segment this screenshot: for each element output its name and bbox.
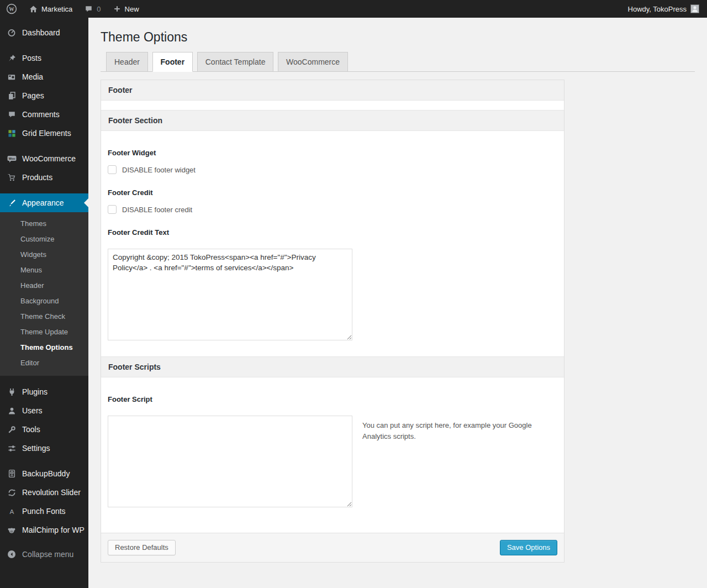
- sidebar-item-label: Dashboard: [22, 28, 60, 38]
- refresh-arrows-icon: [6, 489, 17, 497]
- sidebar-item-label: Tools: [22, 424, 40, 434]
- comment-bubble-icon: [6, 111, 17, 118]
- sidebar-item-posts[interactable]: Posts: [0, 49, 88, 67]
- submenu-item-menus[interactable]: Menus: [0, 262, 88, 278]
- sidebar-item-settings[interactable]: Settings: [0, 439, 88, 458]
- wordpress-logo-icon: W: [6, 3, 17, 14]
- wrench-icon: [6, 426, 17, 434]
- monkey-icon: [6, 526, 17, 534]
- disable-footer-credit-checkbox[interactable]: [108, 205, 117, 214]
- sidebar-item-plugins[interactable]: Plugins: [0, 382, 88, 401]
- paintbrush-icon: [6, 199, 17, 207]
- account-menu[interactable]: Howdy, TokoPress: [628, 0, 699, 18]
- sidebar-item-users[interactable]: Users: [0, 401, 88, 420]
- sidebar-item-media[interactable]: Media: [0, 67, 88, 86]
- collapse-menu-button[interactable]: Collapse menu: [0, 545, 88, 564]
- submenu-item-header[interactable]: Header: [0, 278, 88, 293]
- menu-separator: [0, 143, 88, 149]
- save-options-button[interactable]: Save Options: [500, 540, 557, 555]
- submenu-item-theme-update[interactable]: Theme Update: [0, 324, 88, 340]
- footer-script-label: Footer Script: [108, 395, 557, 403]
- site-name-link[interactable]: Marketica: [23, 0, 78, 18]
- svg-text:Woo: Woo: [8, 156, 15, 160]
- comments-indicator[interactable]: 0: [78, 0, 107, 18]
- sidebar-item-label: WooCommerce: [22, 154, 76, 164]
- sidebar-item-grid-elements[interactable]: Grid Elements: [0, 124, 88, 143]
- sidebar-item-label: Plugins: [22, 387, 48, 397]
- disable-footer-widget-checkbox[interactable]: [108, 165, 117, 174]
- avatar: [690, 4, 699, 13]
- footer-script-input[interactable]: [108, 416, 352, 507]
- svg-text:W: W: [9, 7, 14, 12]
- footer-section-body: Footer Widget DISABLE footer widget Foot…: [101, 131, 564, 356]
- appearance-submenu: Themes Customize Widgets Menus Header Ba…: [0, 212, 88, 376]
- menu-separator: [0, 458, 88, 464]
- sidebar-item-label: Revolution Slider: [22, 487, 81, 497]
- comment-bubble-icon: [85, 5, 93, 13]
- footer-scripts-header: Footer Scripts: [101, 356, 564, 377]
- sliders-icon: [6, 444, 17, 453]
- sidebar-item-appearance[interactable]: Appearance: [0, 193, 88, 212]
- submenu-item-widgets[interactable]: Widgets: [0, 247, 88, 262]
- submenu-item-customize[interactable]: Customize: [0, 232, 88, 247]
- admin-bar: W Marketica 0 New Howdy, TokoPress: [0, 0, 707, 18]
- submenu-item-theme-check[interactable]: Theme Check: [0, 309, 88, 324]
- panel-title: Footer: [101, 80, 564, 101]
- sidebar-item-dashboard[interactable]: Dashboard: [0, 23, 88, 42]
- collapse-arrow-icon: [6, 550, 17, 559]
- sidebar-item-label: Media: [22, 72, 43, 82]
- sidebar-item-label: Appearance: [22, 198, 64, 208]
- sidebar-item-label: Products: [22, 172, 52, 182]
- tab-header[interactable]: Header: [106, 52, 148, 72]
- new-content-button[interactable]: New: [107, 0, 145, 18]
- svg-text:A: A: [9, 507, 14, 514]
- sidebar-item-woocommerce[interactable]: Woo WooCommerce: [0, 149, 88, 168]
- sidebar-item-label: MailChimp for WP: [22, 525, 85, 535]
- wordpress-logo-menu[interactable]: W: [0, 0, 23, 18]
- sidebar-item-tools[interactable]: Tools: [0, 420, 88, 439]
- site-name-label: Marketica: [41, 5, 72, 13]
- sidebar-item-products[interactable]: Products: [0, 168, 88, 187]
- home-icon: [29, 5, 38, 13]
- tab-woocommerce[interactable]: WooCommerce: [278, 52, 348, 72]
- options-panel: Footer Footer Section Footer Widget DISA…: [101, 80, 564, 563]
- sidebar-item-mailchimp[interactable]: MailChimp for WP: [0, 521, 88, 539]
- footer-credit-text-label: Footer Credit Text: [108, 228, 557, 237]
- sidebar-item-punch-fonts[interactable]: A Punch Fonts: [0, 502, 88, 521]
- tab-contact-template[interactable]: Contact Template: [197, 52, 274, 72]
- menu-separator: [0, 376, 88, 382]
- tab-bar: Header Footer Contact Template WooCommer…: [101, 52, 695, 72]
- comment-count: 0: [97, 5, 101, 13]
- user-icon: [6, 407, 17, 415]
- disable-footer-widget-label: DISABLE footer widget: [122, 166, 196, 174]
- footer-credit-text-input[interactable]: Copyright &copy; 2015 TokoPress<span><a …: [108, 249, 352, 340]
- page-title: Theme Options: [101, 18, 695, 50]
- sidebar-item-backupbuddy[interactable]: BackupBuddy: [0, 464, 88, 483]
- sidebar-item-comments[interactable]: Comments: [0, 105, 88, 124]
- menu-separator: [0, 187, 88, 193]
- submenu-item-themes[interactable]: Themes: [0, 216, 88, 232]
- plug-icon: [6, 388, 17, 396]
- sidebar-item-revolution-slider[interactable]: Revolution Slider: [0, 483, 88, 502]
- footer-script-help: You can put any script here, for example…: [362, 420, 534, 442]
- sidebar-item-label: Settings: [22, 443, 50, 453]
- restore-defaults-button[interactable]: Restore Defaults: [108, 540, 176, 555]
- sidebar-item-pages[interactable]: Pages: [0, 86, 88, 105]
- panel-footer: Restore Defaults Save Options: [101, 533, 564, 562]
- pages-icon: [6, 91, 17, 100]
- main-content: Theme Options Header Footer Contact Temp…: [88, 18, 707, 588]
- disable-footer-credit-label: DISABLE footer credit: [122, 206, 192, 214]
- camera-icon: [6, 73, 17, 81]
- sidebar-item-label: Pages: [22, 91, 44, 101]
- tab-footer[interactable]: Footer: [152, 52, 193, 72]
- submenu-item-theme-options[interactable]: Theme Options: [0, 340, 88, 355]
- footer-scripts-body: Footer Script You can put any script her…: [101, 377, 564, 533]
- sidebar-item-label: Comments: [22, 109, 60, 119]
- footer-credit-label: Footer Credit: [108, 188, 557, 197]
- dashboard-icon: [6, 28, 17, 37]
- woocommerce-badge-icon: Woo: [6, 155, 17, 163]
- submenu-item-background[interactable]: Background: [0, 293, 88, 309]
- sidebar-item-label: Punch Fonts: [22, 506, 66, 516]
- plus-icon: [113, 5, 121, 13]
- submenu-item-editor[interactable]: Editor: [0, 355, 88, 371]
